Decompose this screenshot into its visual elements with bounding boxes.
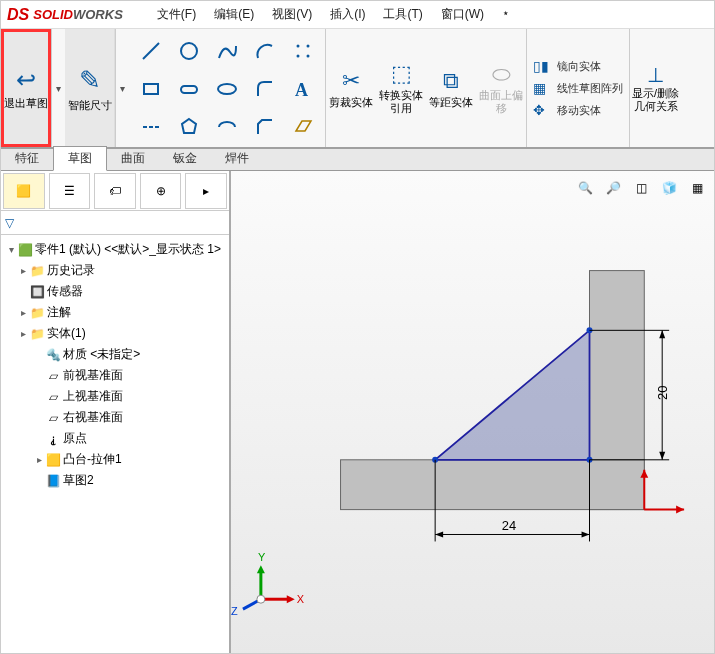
convert-label: 转换实体引用: [378, 89, 424, 115]
expand-icon[interactable]: ▸: [33, 454, 45, 465]
tab-sheetmetal[interactable]: 钣金: [159, 147, 211, 170]
offset-button[interactable]: ⧉ 等距实体: [426, 29, 476, 147]
offset-icon: ⧉: [443, 68, 459, 94]
tree-item-label: 实体(1): [47, 325, 86, 342]
tab-surfaces[interactable]: 曲面: [107, 147, 159, 170]
tab-weldments[interactable]: 焊件: [211, 147, 263, 170]
svg-point-3: [307, 45, 310, 48]
panel-tab-property[interactable]: ☰: [49, 173, 91, 209]
app-logo: DS SOLIDWORKS: [7, 6, 123, 24]
tree-item[interactable]: 📘草图2: [5, 470, 225, 491]
tree-item[interactable]: ▱右视基准面: [5, 407, 225, 428]
menu-tools[interactable]: 工具(T): [379, 4, 426, 25]
tree-item-label: 前视基准面: [63, 367, 123, 384]
smart-dimension-button[interactable]: ✎ 智能尺寸: [65, 29, 115, 147]
tree-item-label: 右视基准面: [63, 409, 123, 426]
sketch-region[interactable]: [435, 330, 589, 459]
circle-tool[interactable]: [171, 33, 207, 69]
menu-insert[interactable]: 插入(I): [326, 4, 369, 25]
exit-sketch-icon: ↩: [16, 66, 36, 94]
tree-item[interactable]: ▸📁历史记录: [5, 260, 225, 281]
svg-marker-31: [257, 565, 265, 573]
tree-item-label: 材质 <未指定>: [63, 346, 140, 363]
tree-root[interactable]: ▾ 🟩 零件1 (默认) <<默认>_显示状态 1>: [5, 239, 225, 260]
fillet-tool[interactable]: [247, 71, 283, 107]
convert-button[interactable]: ⬚ 转换实体引用: [376, 29, 426, 147]
tree-item-label: 注解: [47, 304, 71, 321]
graphics-viewport[interactable]: 🔍 🔎 ◫ 🧊 ▦ 24: [231, 171, 714, 654]
panel-tab-feature-tree[interactable]: 🟨: [3, 173, 45, 209]
tree-item-icon: ▱: [45, 390, 61, 404]
arc-tool[interactable]: [247, 33, 283, 69]
tree-item[interactable]: 🔩材质 <未指定>: [5, 344, 225, 365]
chamfer-tool[interactable]: [247, 109, 283, 145]
menu-more-icon[interactable]: ⋆: [498, 4, 514, 25]
logo-ds: DS: [7, 6, 29, 24]
move-button[interactable]: ✥移动实体: [533, 102, 623, 118]
svg-point-4: [297, 55, 300, 58]
expand-icon[interactable]: ▸: [17, 328, 29, 339]
expand-icon[interactable]: ▸: [17, 265, 29, 276]
feature-tree-icon: 🟨: [16, 184, 31, 198]
tree-item[interactable]: ▱上视基准面: [5, 386, 225, 407]
svg-text:A: A: [295, 80, 308, 100]
expand-icon[interactable]: ▸: [17, 307, 29, 318]
centerline-tool[interactable]: [133, 109, 169, 145]
surface-offset-label: 曲面上偏移: [478, 89, 524, 115]
polygon-tool[interactable]: [171, 109, 207, 145]
line-tool[interactable]: [133, 33, 169, 69]
menu-bar: 文件(F) 编辑(E) 视图(V) 插入(I) 工具(T) 窗口(W) ⋆: [153, 4, 514, 25]
point-tool[interactable]: [285, 33, 321, 69]
main-area: 🟨 ☰ 🏷 ⊕ ▸ ▽ ▾ 🟩 零件1 (默认) <<默认>_显示状态 1> ▸…: [1, 171, 714, 654]
menu-edit[interactable]: 编辑(E): [210, 4, 258, 25]
spline-tool[interactable]: [209, 33, 245, 69]
menu-view[interactable]: 视图(V): [268, 4, 316, 25]
expand-icon[interactable]: ▾: [5, 244, 17, 255]
rectangle-tool[interactable]: [133, 71, 169, 107]
slot-tool[interactable]: [171, 71, 207, 107]
display-relations-label: 显示/删除几何关系: [630, 87, 681, 113]
mirror-button[interactable]: ▯▮镜向实体: [533, 58, 623, 74]
panel-tab-more[interactable]: ▸: [185, 173, 227, 209]
tree-item[interactable]: ▱前视基准面: [5, 365, 225, 386]
dimension-vertical-value: 20: [655, 386, 670, 400]
logo-works: WORKS: [73, 7, 123, 22]
tree-item[interactable]: ▸🟨凸台-拉伸1: [5, 449, 225, 470]
move-icon: ✥: [533, 102, 553, 118]
linear-pattern-button[interactable]: ▦线性草图阵列: [533, 80, 623, 96]
svg-marker-22: [659, 330, 665, 338]
exit-sketch-button[interactable]: ↩ 退出草图: [1, 29, 51, 147]
command-tabs: 特征 草图 曲面 钣金 焊件: [1, 149, 714, 171]
tree-item-label: 历史记录: [47, 262, 95, 279]
tree-item[interactable]: ▸📁注解: [5, 302, 225, 323]
filter-icon[interactable]: ▽: [5, 216, 14, 230]
exit-sketch-dropdown[interactable]: ▾: [51, 29, 65, 147]
sketch-tool-grid: A: [129, 29, 326, 147]
panel-tab-config[interactable]: 🏷: [94, 173, 136, 209]
view-triad[interactable]: X Y Z: [231, 551, 305, 617]
tab-features[interactable]: 特征: [1, 147, 53, 170]
text-tool[interactable]: A: [285, 71, 321, 107]
tree-item[interactable]: 🔲传感器: [5, 281, 225, 302]
property-icon: ☰: [64, 184, 75, 198]
title-bar: DS SOLIDWORKS 文件(F) 编辑(E) 视图(V) 插入(I) 工具…: [1, 1, 714, 29]
tree-item[interactable]: ⸘原点: [5, 428, 225, 449]
display-relations-button[interactable]: ⊥ 显示/删除几何关系: [629, 29, 681, 147]
tree-item-icon: 🔩: [45, 348, 61, 362]
svg-point-2: [297, 45, 300, 48]
tree-item[interactable]: ▸📁实体(1): [5, 323, 225, 344]
menu-file[interactable]: 文件(F): [153, 4, 200, 25]
ellipse-arc-tool[interactable]: [209, 109, 245, 145]
trim-button[interactable]: ✂ 剪裁实体: [326, 29, 376, 147]
feature-manager-panel: 🟨 ☰ 🏷 ⊕ ▸ ▽ ▾ 🟩 零件1 (默认) <<默认>_显示状态 1> ▸…: [1, 171, 231, 654]
plane-tool[interactable]: [285, 109, 321, 145]
feature-tree: ▾ 🟩 零件1 (默认) <<默认>_显示状态 1> ▸📁历史记录🔲传感器▸📁注…: [1, 235, 229, 495]
config-icon: 🏷: [109, 184, 121, 198]
ellipse-tool[interactable]: [209, 71, 245, 107]
smart-dimension-dropdown[interactable]: ▾: [115, 29, 129, 147]
menu-window[interactable]: 窗口(W): [437, 4, 488, 25]
tab-sketch[interactable]: 草图: [53, 146, 107, 171]
panel-tab-dimxpert[interactable]: ⊕: [140, 173, 182, 209]
svg-marker-29: [287, 595, 295, 603]
tree-item-icon: ▱: [45, 369, 61, 383]
